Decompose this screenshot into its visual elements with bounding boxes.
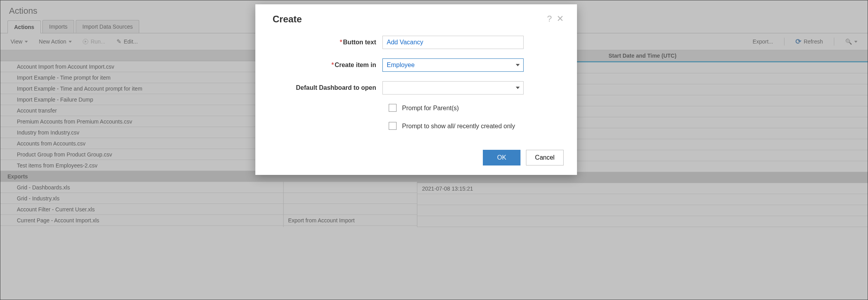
default-dashboard-label: Default Dashboard to open: [273, 84, 382, 91]
ok-button[interactable]: OK: [483, 150, 520, 165]
prompt-recent-label: Prompt to show all/ recently created onl…: [402, 122, 515, 131]
chevron-down-icon[interactable]: [516, 64, 520, 66]
close-icon[interactable]: ✕: [557, 14, 564, 24]
default-dashboard-combo[interactable]: [382, 81, 524, 95]
create-item-in-combo[interactable]: [382, 58, 524, 72]
create-item-in-label: *Create item in: [273, 62, 382, 69]
help-icon[interactable]: ?: [547, 14, 552, 24]
prompt-recent-checkbox[interactable]: [389, 122, 397, 130]
cancel-button[interactable]: Cancel: [526, 150, 564, 165]
chevron-down-icon[interactable]: [516, 87, 520, 89]
prompt-parent-checkbox[interactable]: [389, 104, 397, 112]
prompt-parent-label: Prompt for Parent(s): [402, 104, 459, 113]
create-dialog: Create ? ✕ *Button text *Create item in …: [255, 4, 577, 175]
dialog-title: Create: [273, 14, 302, 25]
button-text-input[interactable]: [382, 36, 524, 49]
button-text-label: *Button text: [273, 39, 382, 46]
